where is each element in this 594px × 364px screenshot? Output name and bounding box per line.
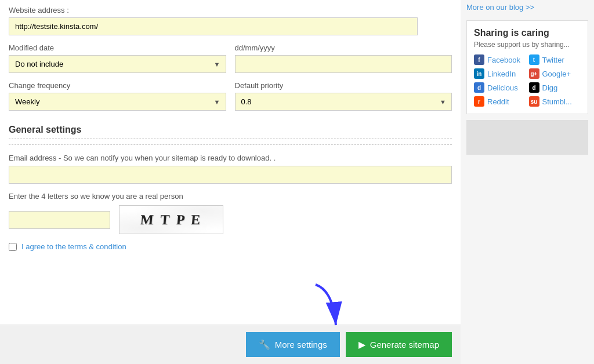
captcha-row: M T P E	[9, 205, 452, 234]
social-google[interactable]: g+ Google+	[529, 68, 581, 79]
change-frequency-wrapper: Weekly Daily Monthly Always Hourly Yearl…	[9, 93, 226, 111]
general-settings-title: General settings	[9, 125, 452, 139]
sharing-grid: f Facebook t Twitter in LinkedIn g+ Goog…	[474, 54, 581, 107]
reddit-icon: r	[474, 96, 484, 107]
email-input[interactable]	[9, 166, 452, 184]
twitter-label: Twitter	[542, 56, 564, 64]
stumble-label: Stumbl...	[542, 97, 572, 106]
general-settings-section: General settings Email address - So we c…	[9, 119, 452, 263]
generate-sitemap-button[interactable]: ▶ Generate sitemap	[346, 332, 452, 357]
sidebar-gray-box	[466, 120, 588, 155]
generate-sitemap-label: Generate sitemap	[370, 340, 439, 350]
wrench-icon: 🔧	[259, 339, 270, 350]
reddit-label: Reddit	[487, 97, 509, 106]
modified-date-wrapper: Do not include Include ▼	[9, 55, 226, 73]
sharing-box: Sharing is caring Please support us by s…	[466, 20, 588, 114]
google-label: Google+	[542, 70, 571, 78]
date-format-label: dd/mm/yyyy	[235, 43, 452, 52]
digg-label: Digg	[542, 83, 558, 92]
facebook-label: Facebook	[487, 56, 520, 64]
terms-row: I agree to the terms & condition	[9, 242, 452, 251]
captcha-label: Enter the 4 letters so we know you are a…	[9, 192, 452, 201]
change-frequency-select[interactable]: Weekly Daily Monthly Always Hourly Yearl…	[9, 93, 226, 111]
website-address-input[interactable]	[9, 17, 418, 35]
terms-checkbox[interactable]	[9, 243, 17, 251]
digg-icon: d	[529, 82, 539, 93]
generate-arrow-icon	[310, 279, 345, 337]
stumble-icon: su	[529, 96, 539, 107]
date-input[interactable]	[235, 55, 452, 73]
bottom-bar: 🔧 More settings ▶ Generate sitemap	[0, 325, 461, 364]
sidebar: More on our blog >> Sharing is caring Pl…	[461, 0, 594, 364]
delicious-label: Delicious	[487, 83, 518, 92]
modified-date-select[interactable]: Do not include Include	[9, 55, 226, 73]
modified-date-label: Modified date	[9, 43, 226, 52]
change-frequency-label: Change frequency	[9, 81, 226, 90]
default-priority-select[interactable]: 0.8 0.1 0.2 0.3 0.4 0.5 0.6 0.7 0.9 1.0	[235, 93, 452, 111]
arrow-container	[310, 279, 345, 338]
more-settings-label: More settings	[275, 340, 327, 350]
social-stumble[interactable]: su Stumbl...	[529, 96, 581, 107]
sharing-subtitle: Please support us by sharing...	[474, 41, 581, 49]
facebook-icon: f	[474, 54, 484, 65]
captcha-image: M T P E	[119, 205, 223, 234]
delicious-icon: d	[474, 82, 484, 93]
social-twitter[interactable]: t Twitter	[529, 54, 581, 65]
website-address-label: Website address :	[9, 6, 452, 14]
section-divider	[9, 144, 452, 145]
twitter-icon: t	[529, 54, 539, 65]
social-facebook[interactable]: f Facebook	[474, 54, 526, 65]
social-digg[interactable]: d Digg	[529, 82, 581, 93]
linkedin-icon: in	[474, 68, 484, 79]
blog-link[interactable]: More on our blog >>	[466, 3, 588, 12]
terms-label[interactable]: I agree to the terms & condition	[21, 242, 126, 251]
captcha-input[interactable]	[9, 211, 110, 229]
social-delicious[interactable]: d Delicious	[474, 82, 526, 93]
email-label: Email address - So we can notify you whe…	[9, 154, 452, 162]
social-linkedin[interactable]: in LinkedIn	[474, 68, 526, 79]
default-priority-wrapper: 0.8 0.1 0.2 0.3 0.4 0.5 0.6 0.7 0.9 1.0 …	[235, 93, 452, 111]
captcha-text: M T P E	[140, 212, 203, 228]
sharing-title: Sharing is caring	[474, 28, 581, 38]
linkedin-label: LinkedIn	[487, 70, 516, 78]
google-icon: g+	[529, 68, 539, 79]
social-reddit[interactable]: r Reddit	[474, 96, 526, 107]
play-icon: ▶	[358, 339, 365, 350]
default-priority-label: Default priority	[235, 81, 452, 90]
